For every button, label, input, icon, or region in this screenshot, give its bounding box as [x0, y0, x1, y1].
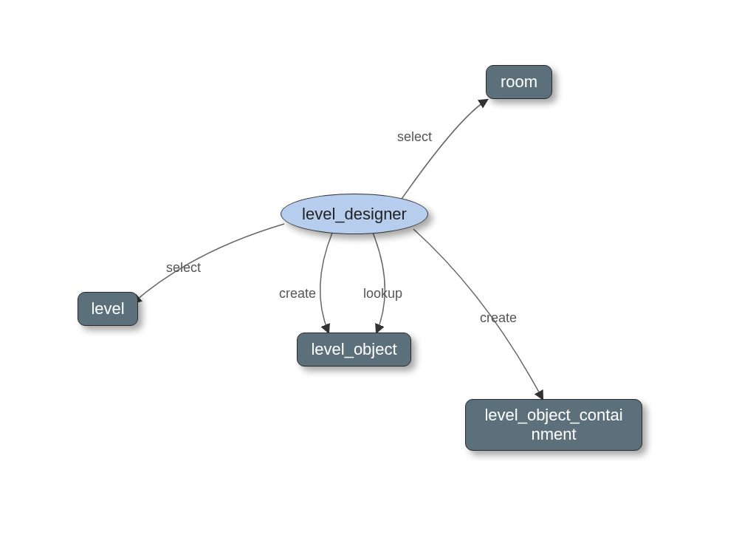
node-level-designer: level_designer [281, 194, 428, 234]
edge-to-levelobject-create [320, 233, 332, 333]
node-level-designer-label: level_designer [302, 205, 407, 224]
node-room: room [486, 65, 552, 99]
node-level-object-containment-label: level_object_contai nment [484, 406, 622, 445]
diagram-edges [0, 0, 756, 535]
edge-label-to-levelobject-create: create [279, 286, 316, 301]
node-level: level [78, 292, 138, 326]
edge-to-levelobject-lookup [373, 233, 385, 333]
node-level-object-containment: level_object_contai nment [465, 399, 642, 451]
edge-label-to-room: select [397, 129, 432, 145]
node-room-label: room [501, 72, 537, 92]
edge-to-level [133, 224, 284, 303]
edge-label-to-level: select [166, 260, 201, 276]
edge-to-containment [413, 229, 543, 399]
node-level-label: level [91, 299, 124, 318]
node-level-object-label: level_object [311, 340, 396, 359]
edge-label-to-levelobject-lookup: lookup [363, 286, 402, 301]
edge-to-room [399, 100, 487, 203]
edge-label-to-containment: create [480, 310, 517, 326]
node-level-object: level_object [297, 333, 411, 367]
